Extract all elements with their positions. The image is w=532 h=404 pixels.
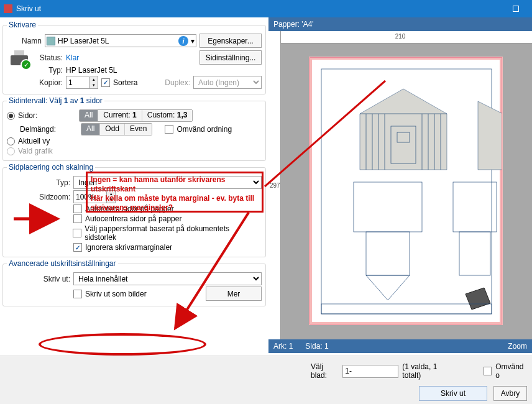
duplex-select[interactable]: Auto (Ingen) [193, 76, 262, 89]
printer-name: HP LaserJet 5L [58, 37, 176, 45]
seg-current[interactable]: Current: 1 [98, 110, 142, 121]
paperformat-checkbox[interactable] [73, 229, 81, 237]
copies-stepper[interactable]: ▴▾ [66, 76, 98, 89]
footer: Välj blad: (1 valda, 1 totalt) Omvänd o … [0, 356, 532, 404]
print-button[interactable]: Skriv ut [419, 386, 487, 401]
chevron-down-icon: ▾ [191, 37, 195, 45]
copies-input[interactable] [66, 76, 89, 88]
collate-label: Sortera [113, 78, 137, 87]
currentview-label: Aktuell vy [18, 137, 50, 145]
copies-up[interactable]: ▴ [89, 77, 98, 83]
svg-rect-14 [354, 182, 422, 232]
seg-all[interactable]: All [80, 110, 98, 121]
collate-checkbox[interactable]: ✓ [101, 78, 110, 87]
sub-all[interactable]: All [81, 124, 100, 135]
svg-rect-18 [459, 232, 490, 275]
range-legend: Sidintervall: Välj 1 av 1 sidor [7, 96, 104, 105]
printwhat-select[interactable]: Hela innehållet [73, 272, 262, 285]
select-sheet-info: (1 valda, 1 totalt) [402, 362, 453, 380]
zoom-stepper[interactable]: ▴▾ [73, 190, 116, 203]
advanced-legend: Avancerade utskriftsinställningar [7, 259, 118, 268]
properties-button[interactable]: Egenskaper... [200, 34, 262, 48]
preview-status: Ark: 1 Sida: 1 Zoom [268, 339, 532, 353]
type-value: HP LaserJet 5L [66, 66, 117, 75]
preview-page [310, 57, 502, 324]
select-sheet-input[interactable] [342, 365, 398, 378]
status-label: Status: [35, 53, 63, 62]
currentview-radio[interactable] [7, 137, 15, 145]
pages-label: Sidor: [18, 111, 53, 120]
more-button[interactable]: Mer [206, 287, 262, 301]
ruler-vertical: 297 [268, 31, 281, 339]
printer-legend: Skrivare [7, 21, 38, 29]
ruler-horizontal: 210 [268, 31, 532, 44]
maximize-button[interactable] [503, 1, 528, 16]
footer-reverse-checkbox[interactable] [484, 367, 492, 375]
copies-down[interactable]: ▾ [89, 83, 98, 88]
ignoremargins-checkbox[interactable]: ✓ [73, 243, 82, 252]
svg-marker-19 [466, 288, 490, 310]
ark-label: Ark: 1 [273, 342, 293, 351]
subset-label: Delmängd: [20, 125, 65, 134]
svg-marker-16 [366, 275, 410, 300]
zoom-down[interactable]: ▾ [106, 197, 115, 203]
zoom-input[interactable] [74, 191, 106, 203]
window-title: Skriv ut [16, 4, 503, 13]
svg-marker-5 [478, 101, 502, 170]
zoom-label: Sidzoom: [7, 193, 70, 201]
selgraphic-radio [7, 147, 15, 155]
drawing-icon [310, 58, 502, 324]
zoom-label2: Zoom [508, 342, 527, 351]
footer-reverse-label: Omvänd o [495, 362, 527, 380]
paper-header: Papper: 'A4' [268, 17, 532, 31]
advanced-group: Avancerade utskriftsinställningar Skriv … [2, 259, 266, 306]
printer-status-icon: ✓ [11, 50, 30, 68]
svg-rect-17 [453, 182, 497, 232]
subset-segment[interactable]: All Odd Even [81, 123, 152, 135]
svg-rect-15 [366, 232, 410, 275]
status-value: Klar [66, 53, 79, 62]
duplex-label: Duplex: [165, 78, 190, 87]
ptype-select[interactable]: Ingen [73, 176, 262, 189]
print-preview[interactable]: 210 297 [268, 31, 532, 339]
pages-radio[interactable] [7, 112, 15, 120]
autocenter-label: Autocentrera sidor på papper [85, 214, 181, 223]
reverse-label: Omvänd ordning [177, 125, 232, 134]
ptype-label: Typ: [7, 178, 70, 187]
zoom-up[interactable]: ▴ [106, 191, 115, 197]
reverse-checkbox[interactable] [165, 125, 173, 134]
autocenter-checkbox[interactable] [73, 214, 82, 223]
svg-marker-1 [360, 89, 447, 170]
cancel-button[interactable]: Avbry [493, 386, 527, 401]
printer-select[interactable]: HP LaserJet 5L i ▾ [45, 34, 196, 47]
autorotate-label: Autorotera sidor på papper [85, 204, 174, 213]
svg-rect-20 [321, 304, 492, 314]
seg-custom[interactable]: Custom: 1,3 [142, 110, 193, 121]
ignoremargins-label: Ignorera skrivarmarginaler [85, 243, 172, 252]
printer-small-icon [47, 37, 55, 45]
selgraphic-label: Vald grafik [18, 147, 53, 155]
info-icon[interactable]: i [178, 36, 188, 46]
sida-label: Sida: 1 [305, 342, 495, 351]
printwhat-label: Skriv ut: [7, 275, 70, 283]
name-label: Namn [7, 37, 42, 45]
select-sheet-label: Välj blad: [311, 362, 339, 380]
pages-segment[interactable]: All Current: 1 Custom: 1,3 [79, 109, 193, 122]
titlebar: Skriv ut [0, 0, 532, 17]
copies-label: Kopior: [35, 78, 63, 87]
asimages-checkbox[interactable] [73, 290, 82, 298]
range-group: Sidintervall: Välj 1 av 1 sidor Sidor: A… [2, 96, 266, 161]
asimages-label: Skriv ut som bilder [85, 290, 147, 298]
placement-group: Sidplacering och skalning Typ: Ingen Sid… [2, 163, 266, 257]
page-setup-button[interactable]: Sidinställning... [200, 50, 262, 65]
type-label: Typ: [35, 66, 63, 75]
placement-legend: Sidplacering och skalning [7, 163, 95, 172]
paperformat-label: Välj pappersformat baserat på dokumentet… [85, 224, 262, 242]
printer-group: Skrivare Namn HP LaserJet 5L i ▾ Egenska… [2, 21, 266, 94]
sub-odd[interactable]: Odd [100, 124, 125, 135]
sub-even[interactable]: Even [125, 124, 152, 135]
autorotate-checkbox[interactable] [73, 204, 82, 213]
app-icon [4, 4, 12, 13]
